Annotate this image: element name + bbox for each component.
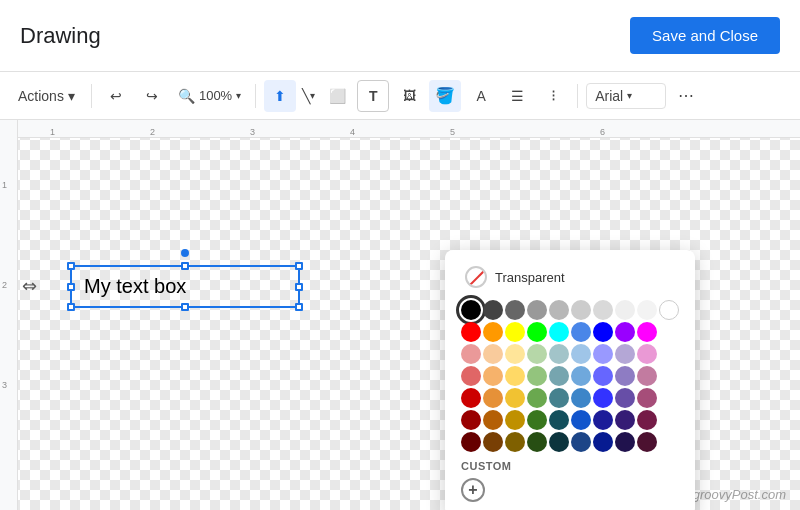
color-dot[interactable] — [461, 388, 481, 408]
color-dot[interactable] — [615, 432, 635, 452]
color-dot[interactable] — [637, 344, 657, 364]
color-dot[interactable] — [637, 410, 657, 430]
color-dot[interactable] — [549, 344, 569, 364]
color-dot[interactable] — [571, 388, 591, 408]
color-dot[interactable] — [483, 432, 503, 452]
color-dot[interactable] — [527, 344, 547, 364]
font-selector[interactable]: Arial ▾ — [586, 83, 666, 109]
color-dot[interactable] — [549, 322, 569, 342]
color-dot[interactable] — [637, 432, 657, 452]
actions-arrow: ▾ — [68, 88, 75, 104]
color-dot[interactable] — [527, 300, 547, 320]
handle-top-center[interactable] — [181, 249, 189, 257]
color-dot[interactable] — [549, 432, 569, 452]
color-dot[interactable] — [549, 410, 569, 430]
color-dot[interactable] — [571, 344, 591, 364]
color-dot[interactable] — [593, 300, 613, 320]
undo-icon: ↩ — [110, 88, 122, 104]
color-dot[interactable] — [461, 322, 481, 342]
shape-tool-button[interactable]: ⬜ — [321, 80, 353, 112]
color-dot[interactable] — [505, 366, 525, 386]
color-dot[interactable] — [461, 410, 481, 430]
color-dot[interactable] — [483, 344, 503, 364]
align-left-button[interactable]: ☰ — [501, 80, 533, 112]
color-dot[interactable] — [659, 300, 679, 320]
color-dot[interactable] — [527, 410, 547, 430]
color-dot[interactable] — [505, 300, 525, 320]
color-dot[interactable] — [615, 388, 635, 408]
color-dot[interactable] — [483, 366, 503, 386]
color-dot[interactable] — [527, 432, 547, 452]
transparent-option[interactable]: Transparent — [461, 264, 679, 290]
color-dot[interactable] — [483, 388, 503, 408]
handle-top-left[interactable] — [67, 262, 75, 270]
more-toolbar-button[interactable]: ⋯ — [670, 80, 702, 112]
handle-mid-left[interactable] — [67, 283, 75, 291]
color-dot[interactable] — [593, 432, 613, 452]
color-dot[interactable] — [593, 366, 613, 386]
color-dot[interactable] — [593, 388, 613, 408]
color-dot[interactable] — [571, 300, 591, 320]
image-tool-button[interactable]: 🖼 — [393, 80, 425, 112]
border-color-button[interactable]: A — [465, 80, 497, 112]
handle-mid-right[interactable] — [295, 283, 303, 291]
handle-bottom-center[interactable] — [181, 303, 189, 311]
color-dot[interactable] — [461, 300, 481, 320]
canvas-area[interactable]: 1 2 3 4 5 6 1 2 3 ⇔ My text box Tr — [0, 120, 800, 510]
color-dot[interactable] — [571, 432, 591, 452]
color-dot[interactable] — [615, 410, 635, 430]
color-dot[interactable] — [483, 300, 503, 320]
color-dot[interactable] — [593, 410, 613, 430]
color-dot[interactable] — [483, 410, 503, 430]
move-icon: ⇔ — [22, 275, 37, 297]
color-dot[interactable] — [527, 322, 547, 342]
color-dot[interactable] — [483, 322, 503, 342]
undo-button[interactable]: ↩ — [100, 80, 132, 112]
more-options-button[interactable]: ⁝ — [537, 80, 569, 112]
color-dot[interactable] — [637, 366, 657, 386]
color-dot-empty — [681, 388, 701, 408]
color-dot[interactable] — [571, 410, 591, 430]
zoom-label: 100% — [199, 88, 232, 103]
color-dot[interactable] — [637, 300, 657, 320]
color-dot[interactable] — [571, 366, 591, 386]
color-dot[interactable] — [637, 388, 657, 408]
color-dot[interactable] — [615, 366, 635, 386]
color-dot[interactable] — [527, 366, 547, 386]
fill-color-button[interactable]: 🪣 — [429, 80, 461, 112]
line-tool-button[interactable]: ╲ ▾ — [300, 80, 317, 112]
text-box-container[interactable]: My text box — [70, 265, 300, 308]
color-dot[interactable] — [461, 366, 481, 386]
color-dot[interactable] — [505, 344, 525, 364]
color-dot[interactable] — [505, 388, 525, 408]
color-dot[interactable] — [461, 432, 481, 452]
transparent-icon — [465, 266, 487, 288]
handle-bottom-left[interactable] — [67, 303, 75, 311]
color-dot[interactable] — [505, 432, 525, 452]
color-dot[interactable] — [637, 322, 657, 342]
color-dot[interactable] — [549, 366, 569, 386]
actions-menu-button[interactable]: Actions ▾ — [10, 84, 83, 108]
text-tool-button[interactable]: T — [357, 80, 389, 112]
color-dot[interactable] — [527, 388, 547, 408]
zoom-button[interactable]: 🔍 100% ▾ — [172, 80, 247, 112]
color-dot[interactable] — [505, 410, 525, 430]
handle-top-center-edge[interactable] — [181, 262, 189, 270]
color-dot[interactable] — [615, 300, 635, 320]
color-dot[interactable] — [615, 344, 635, 364]
color-dot[interactable] — [461, 344, 481, 364]
redo-button[interactable]: ↪ — [136, 80, 168, 112]
color-dot[interactable] — [549, 300, 569, 320]
color-dot[interactable] — [549, 388, 569, 408]
save-close-button[interactable]: Save and Close — [630, 17, 780, 54]
color-dot[interactable] — [593, 322, 613, 342]
handle-bottom-right[interactable] — [295, 303, 303, 311]
color-dot[interactable] — [615, 322, 635, 342]
text-box[interactable]: My text box — [70, 265, 300, 308]
color-dot[interactable] — [571, 322, 591, 342]
color-dot[interactable] — [593, 344, 613, 364]
select-tool-button[interactable]: ⬆ — [264, 80, 296, 112]
handle-top-right[interactable] — [295, 262, 303, 270]
color-dot[interactable] — [505, 322, 525, 342]
add-custom-color-button[interactable]: + — [461, 478, 485, 502]
